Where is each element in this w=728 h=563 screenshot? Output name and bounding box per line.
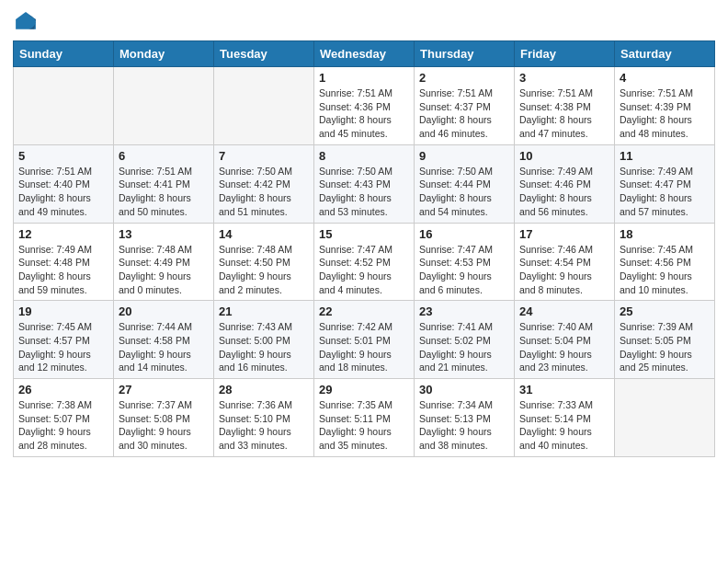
day-cell: 12Sunrise: 7:49 AM Sunset: 4:48 PM Dayli…	[14, 223, 114, 301]
day-cell: 1Sunrise: 7:51 AM Sunset: 4:36 PM Daylig…	[314, 67, 415, 145]
day-info: Sunrise: 7:47 AM Sunset: 4:53 PM Dayligh…	[419, 243, 509, 297]
day-cell: 4Sunrise: 7:51 AM Sunset: 4:39 PM Daylig…	[615, 67, 715, 145]
day-number: 29	[319, 383, 409, 396]
day-number: 20	[119, 304, 209, 318]
day-info: Sunrise: 7:51 AM Sunset: 4:36 PM Dayligh…	[319, 86, 409, 141]
day-cell: 3Sunrise: 7:51 AM Sunset: 4:38 PM Daylig…	[515, 67, 615, 145]
day-number: 11	[620, 149, 710, 163]
col-header-sunday: Sunday	[14, 41, 114, 67]
day-info: Sunrise: 7:51 AM Sunset: 4:41 PM Dayligh…	[119, 165, 209, 219]
day-number: 28	[219, 383, 309, 396]
day-info: Sunrise: 7:48 AM Sunset: 4:50 PM Dayligh…	[219, 243, 309, 297]
day-number: 31	[519, 383, 609, 396]
day-info: Sunrise: 7:39 AM Sunset: 5:05 PM Dayligh…	[620, 320, 710, 374]
svg-marker-0	[16, 12, 36, 29]
day-number: 30	[419, 383, 509, 396]
day-cell	[14, 67, 114, 145]
col-header-thursday: Thursday	[415, 41, 515, 67]
day-number: 12	[18, 227, 108, 241]
week-row-3: 12Sunrise: 7:49 AM Sunset: 4:48 PM Dayli…	[14, 223, 715, 301]
day-cell: 5Sunrise: 7:51 AM Sunset: 4:40 PM Daylig…	[14, 144, 114, 223]
day-number: 9	[419, 149, 509, 163]
day-cell: 28Sunrise: 7:36 AM Sunset: 5:10 PM Dayli…	[214, 379, 314, 457]
header	[13, 9, 715, 35]
day-cell: 27Sunrise: 7:37 AM Sunset: 5:08 PM Dayli…	[114, 379, 214, 457]
day-cell: 29Sunrise: 7:35 AM Sunset: 5:11 PM Dayli…	[314, 379, 415, 457]
day-info: Sunrise: 7:35 AM Sunset: 5:11 PM Dayligh…	[319, 398, 409, 453]
day-info: Sunrise: 7:51 AM Sunset: 4:37 PM Dayligh…	[419, 86, 509, 141]
day-info: Sunrise: 7:38 AM Sunset: 5:07 PM Dayligh…	[18, 398, 108, 453]
day-cell: 24Sunrise: 7:40 AM Sunset: 5:04 PM Dayli…	[515, 301, 615, 379]
day-cell: 2Sunrise: 7:51 AM Sunset: 4:37 PM Daylig…	[415, 67, 515, 145]
day-cell: 26Sunrise: 7:38 AM Sunset: 5:07 PM Dayli…	[14, 379, 114, 457]
day-cell: 20Sunrise: 7:44 AM Sunset: 4:58 PM Dayli…	[114, 301, 214, 379]
day-number: 27	[119, 383, 209, 396]
day-cell: 17Sunrise: 7:46 AM Sunset: 4:54 PM Dayli…	[515, 223, 615, 301]
day-info: Sunrise: 7:45 AM Sunset: 4:57 PM Dayligh…	[18, 320, 108, 374]
day-info: Sunrise: 7:50 AM Sunset: 4:42 PM Dayligh…	[219, 165, 309, 219]
day-number: 4	[620, 71, 710, 85]
day-cell: 10Sunrise: 7:49 AM Sunset: 4:46 PM Dayli…	[515, 144, 615, 223]
day-number: 16	[419, 227, 509, 241]
week-row-2: 5Sunrise: 7:51 AM Sunset: 4:40 PM Daylig…	[14, 144, 715, 223]
week-row-4: 19Sunrise: 7:45 AM Sunset: 4:57 PM Dayli…	[14, 301, 715, 379]
day-info: Sunrise: 7:41 AM Sunset: 5:02 PM Dayligh…	[419, 320, 509, 374]
day-number: 25	[620, 304, 710, 318]
day-cell: 6Sunrise: 7:51 AM Sunset: 4:41 PM Daylig…	[114, 144, 214, 223]
day-cell: 18Sunrise: 7:45 AM Sunset: 4:56 PM Dayli…	[615, 223, 715, 301]
day-number: 2	[419, 71, 509, 85]
day-info: Sunrise: 7:37 AM Sunset: 5:08 PM Dayligh…	[119, 398, 209, 453]
day-info: Sunrise: 7:50 AM Sunset: 4:43 PM Dayligh…	[319, 165, 409, 219]
day-number: 18	[620, 227, 710, 241]
day-cell: 9Sunrise: 7:50 AM Sunset: 4:44 PM Daylig…	[415, 144, 515, 223]
day-info: Sunrise: 7:46 AM Sunset: 4:54 PM Dayligh…	[519, 243, 609, 297]
col-header-friday: Friday	[515, 41, 615, 67]
week-row-5: 26Sunrise: 7:38 AM Sunset: 5:07 PM Dayli…	[14, 379, 715, 457]
day-cell: 13Sunrise: 7:48 AM Sunset: 4:49 PM Dayli…	[114, 223, 214, 301]
day-number: 8	[319, 149, 409, 163]
day-cell: 30Sunrise: 7:34 AM Sunset: 5:13 PM Dayli…	[415, 379, 515, 457]
day-number: 10	[519, 149, 609, 163]
week-row-1: 1Sunrise: 7:51 AM Sunset: 4:36 PM Daylig…	[14, 67, 715, 145]
day-number: 24	[519, 304, 609, 318]
day-number: 14	[219, 227, 309, 241]
day-cell: 25Sunrise: 7:39 AM Sunset: 5:05 PM Dayli…	[615, 301, 715, 379]
day-number: 22	[319, 304, 409, 318]
day-number: 26	[18, 383, 108, 396]
logo-icon	[13, 9, 39, 35]
day-cell: 31Sunrise: 7:33 AM Sunset: 5:14 PM Dayli…	[515, 379, 615, 457]
day-info: Sunrise: 7:51 AM Sunset: 4:39 PM Dayligh…	[620, 86, 710, 141]
page-container: SundayMondayTuesdayWednesdayThursdayFrid…	[0, 0, 728, 470]
day-cell: 21Sunrise: 7:43 AM Sunset: 5:00 PM Dayli…	[214, 301, 314, 379]
day-info: Sunrise: 7:33 AM Sunset: 5:14 PM Dayligh…	[519, 398, 609, 453]
day-cell: 22Sunrise: 7:42 AM Sunset: 5:01 PM Dayli…	[314, 301, 415, 379]
day-info: Sunrise: 7:40 AM Sunset: 5:04 PM Dayligh…	[519, 320, 609, 374]
day-cell: 14Sunrise: 7:48 AM Sunset: 4:50 PM Dayli…	[214, 223, 314, 301]
day-info: Sunrise: 7:36 AM Sunset: 5:10 PM Dayligh…	[219, 398, 309, 453]
day-number: 1	[319, 71, 409, 85]
col-header-saturday: Saturday	[615, 41, 715, 67]
col-header-monday: Monday	[114, 41, 214, 67]
day-cell: 8Sunrise: 7:50 AM Sunset: 4:43 PM Daylig…	[314, 144, 415, 223]
day-info: Sunrise: 7:49 AM Sunset: 4:48 PM Dayligh…	[18, 243, 108, 297]
day-number: 15	[319, 227, 409, 241]
day-cell	[214, 67, 314, 145]
day-info: Sunrise: 7:47 AM Sunset: 4:52 PM Dayligh…	[319, 243, 409, 297]
day-cell	[615, 379, 715, 457]
calendar-table: SundayMondayTuesdayWednesdayThursdayFrid…	[13, 40, 715, 457]
day-number: 23	[419, 304, 509, 318]
day-info: Sunrise: 7:45 AM Sunset: 4:56 PM Dayligh…	[620, 243, 710, 297]
day-number: 7	[219, 149, 309, 163]
day-cell: 16Sunrise: 7:47 AM Sunset: 4:53 PM Dayli…	[415, 223, 515, 301]
day-number: 6	[119, 149, 209, 163]
day-info: Sunrise: 7:49 AM Sunset: 4:47 PM Dayligh…	[620, 165, 710, 219]
day-info: Sunrise: 7:50 AM Sunset: 4:44 PM Dayligh…	[419, 165, 509, 219]
day-cell: 15Sunrise: 7:47 AM Sunset: 4:52 PM Dayli…	[314, 223, 415, 301]
day-number: 13	[119, 227, 209, 241]
day-info: Sunrise: 7:34 AM Sunset: 5:13 PM Dayligh…	[419, 398, 509, 453]
col-header-tuesday: Tuesday	[214, 41, 314, 67]
header-row: SundayMondayTuesdayWednesdayThursdayFrid…	[14, 41, 715, 67]
day-number: 5	[18, 149, 108, 163]
day-cell: 19Sunrise: 7:45 AM Sunset: 4:57 PM Dayli…	[14, 301, 114, 379]
day-cell: 11Sunrise: 7:49 AM Sunset: 4:47 PM Dayli…	[615, 144, 715, 223]
